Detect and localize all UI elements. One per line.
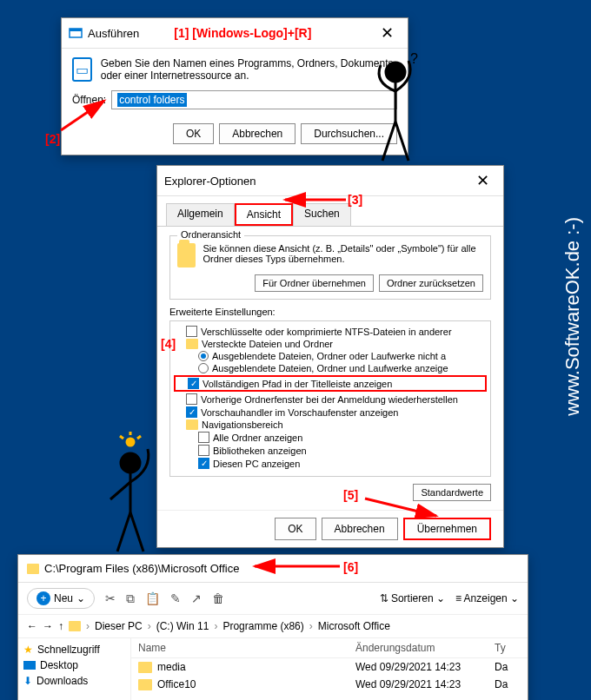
delete-icon[interactable]: 🗑 — [212, 591, 224, 605]
download-icon: ⬇ — [23, 675, 32, 687]
annotation-2: [2] — [45, 132, 60, 146]
chevron-down-icon: ⌄ — [76, 592, 85, 604]
checkbox-icon[interactable]: ✓ — [188, 378, 199, 389]
sidebar-desktop[interactable]: Desktop — [23, 657, 125, 673]
folder-icon — [69, 621, 81, 631]
folder-icon — [138, 679, 152, 690]
radio-icon[interactable] — [198, 363, 209, 373]
run-description: Geben Sie den Namen eines Programms, Ord… — [101, 57, 397, 82]
advanced-label: Erweiterte Einstellungen: — [169, 307, 491, 317]
reset-folders-button[interactable]: Ordner zurücksetzen — [379, 274, 483, 292]
tree-item[interactable]: Navigationsbereich — [174, 419, 487, 431]
crumb[interactable]: (C:) Win 11 — [156, 620, 209, 632]
close-icon[interactable]: ✕ — [374, 23, 401, 43]
folder-icon — [177, 243, 196, 267]
tree-item[interactable]: Bibliotheken anzeigen — [174, 444, 487, 457]
share-icon[interactable]: ↗ — [191, 591, 202, 605]
checkbox-icon[interactable] — [198, 432, 209, 443]
chevron-left-icon[interactable]: ← — [27, 620, 37, 632]
open-label: Öffnen: — [72, 94, 106, 106]
folder-icon — [27, 564, 39, 574]
run-dialog: Ausführen [1] [Windows-Logo]+[R] ✕ ▭ Geb… — [61, 17, 408, 155]
explorer-window: C:\Program Files (x86)\Microsoft Office … — [17, 554, 528, 700]
run-titlebar: Ausführen [1] [Windows-Logo]+[R] ✕ — [62, 18, 408, 49]
tree-item[interactable]: Alle Ordner anzeigen — [174, 431, 487, 444]
chevron-up-icon[interactable]: ↑ — [58, 620, 63, 632]
annotation-1: [1] [Windows-Logo]+[R] — [174, 26, 311, 40]
checkbox-icon[interactable] — [198, 445, 209, 456]
ok-button[interactable]: OK — [275, 518, 315, 540]
cancel-button[interactable]: Abbrechen — [322, 518, 398, 540]
radio-icon[interactable] — [198, 351, 209, 361]
col-date[interactable]: Änderungsdatum — [355, 642, 495, 654]
chevron-right-icon[interactable]: → — [43, 620, 53, 632]
tree-item[interactable]: Ausgeblendete Dateien, Ordner und Laufwe… — [174, 362, 487, 374]
tree-item[interactable]: ✓Diesen PC anzeigen — [174, 457, 487, 470]
figure-idea — [100, 439, 161, 564]
apply-folders-button[interactable]: Für Ordner übernehmen — [255, 274, 374, 292]
paste-icon[interactable]: 📋 — [145, 591, 160, 605]
checkbox-icon[interactable] — [186, 393, 197, 405]
tree-item[interactable]: Ausgeblendete Dateien, Ordner oder Laufw… — [174, 350, 487, 362]
svg-line-13 — [117, 512, 130, 551]
tree-item[interactable]: ✓Vorschauhandler im Vorschaufenster anze… — [174, 406, 487, 419]
file-header[interactable]: Name Änderungsdatum Ty — [131, 638, 528, 658]
view-button[interactable]: ≡ Anzeigen ⌄ — [455, 592, 519, 604]
ok-button[interactable]: OK — [173, 123, 214, 144]
folder-icon — [138, 662, 152, 673]
run-title: Ausführen — [88, 27, 139, 40]
checkbox-icon[interactable]: ✓ — [198, 458, 209, 469]
opts-tabs: Allgemein Ansicht Suchen — [157, 196, 503, 226]
folder-icon — [186, 419, 198, 430]
tree-item[interactable]: Verschlüsselte oder komprimierte NTFS-Da… — [174, 325, 487, 338]
close-icon[interactable]: ✕ — [469, 171, 496, 190]
checkbox-icon[interactable] — [186, 326, 197, 337]
folderview-label: Ordneransicht — [177, 229, 244, 240]
svg-point-6 — [386, 63, 405, 82]
defaults-button[interactable]: Standardwerte — [413, 484, 491, 501]
tree-item-fullpath[interactable]: ✓Vollständigen Pfad in der Titelleiste a… — [174, 375, 487, 392]
svg-line-15 — [110, 482, 130, 499]
col-type[interactable]: Ty — [495, 642, 521, 654]
col-name[interactable]: Name — [138, 642, 355, 654]
sidebar: ★Schnellzugriff Desktop ⬇Downloads — [18, 638, 131, 700]
open-input[interactable]: control folders — [111, 90, 397, 109]
svg-point-11 — [121, 453, 140, 472]
tree-item[interactable]: Vorherige Ordnerfenster bei der Anmeldun… — [174, 393, 487, 406]
breadcrumb[interactable]: ← → ↑ › Dieser PC› (C:) Win 11› Programm… — [18, 615, 528, 638]
advanced-tree[interactable]: Verschlüsselte oder komprimierte NTFS-Da… — [169, 320, 491, 477]
copy-icon[interactable]: ⧉ — [126, 591, 135, 606]
svg-line-9 — [395, 122, 408, 161]
explorer-toolbar: +Neu ⌄ ✂ ⧉ 📋 ✎ ↗ 🗑 ⇅ Sortieren ⌄ ≡ Anzei… — [18, 583, 528, 615]
tab-view[interactable]: Ansicht — [235, 203, 293, 226]
sidebar-quickaccess[interactable]: ★Schnellzugriff — [23, 642, 125, 657]
new-button[interactable]: +Neu ⌄ — [27, 588, 95, 609]
svg-line-19 — [137, 436, 141, 439]
opts-title: Explorer-Optionen — [164, 175, 256, 188]
tab-general[interactable]: Allgemein — [166, 203, 235, 226]
apply-button[interactable]: Übernehmen — [403, 518, 491, 540]
run-icon — [69, 26, 83, 40]
sidebar-downloads[interactable]: ⬇Downloads — [23, 673, 125, 689]
svg-rect-1 — [70, 29, 82, 31]
file-list: Name Änderungsdatum Ty mediaWed 09/29/20… — [131, 638, 528, 700]
folderview-group: Ordneransicht Sie können diese Ansicht (… — [169, 235, 491, 300]
crumb[interactable]: Dieser PC — [95, 620, 143, 632]
crumb[interactable]: Programme (x86) — [222, 620, 303, 632]
run-big-icon: ▭ — [72, 57, 92, 82]
cancel-button[interactable]: Abbrechen — [219, 123, 296, 144]
crumb[interactable]: Microsoft Office — [318, 620, 390, 632]
figure-thinking: ? — [365, 56, 426, 173]
cut-icon[interactable]: ✂ — [105, 591, 116, 605]
tree-item[interactable]: Versteckte Dateien und Ordner — [174, 338, 487, 350]
watermark-vertical: www.SoftwareOK.de :-) — [561, 217, 584, 416]
svg-line-8 — [382, 122, 395, 161]
sort-button[interactable]: ⇅ Sortieren ⌄ — [380, 592, 445, 604]
file-row[interactable]: Office10Wed 09/29/2021 14:23Da — [131, 676, 528, 693]
explorer-title: C:\Program Files (x86)\Microsoft Office — [44, 562, 239, 575]
tab-search[interactable]: Suchen — [293, 203, 351, 226]
file-row[interactable]: mediaWed 09/29/2021 14:23Da — [131, 658, 528, 676]
explorer-titlebar: C:\Program Files (x86)\Microsoft Office — [18, 555, 528, 583]
rename-icon[interactable]: ✎ — [170, 591, 181, 605]
checkbox-icon[interactable]: ✓ — [186, 406, 197, 418]
